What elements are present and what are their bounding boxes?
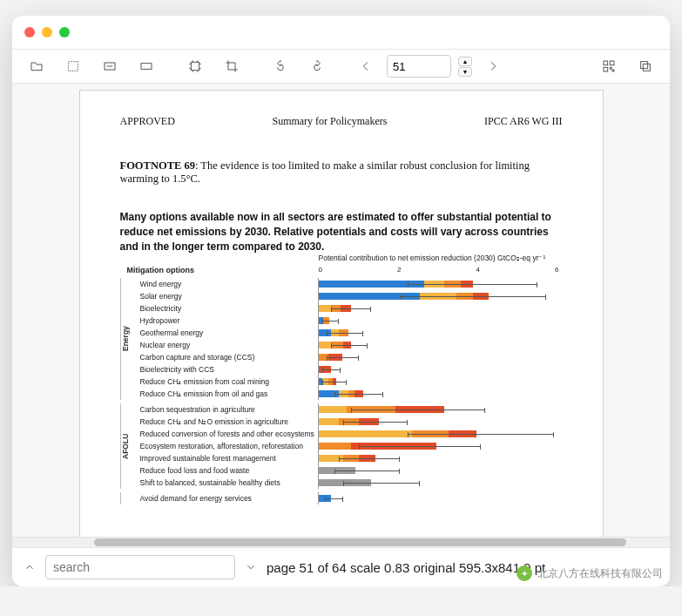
prev-page-button[interactable] [350, 55, 382, 78]
chart-axis-title: Potential contribution to net emission r… [319, 254, 563, 262]
chart-row: Ecosystem restoration, afforestation, re… [135, 440, 563, 452]
chart-row: Avoid demand for energy services [135, 492, 563, 504]
row-bar [318, 388, 563, 400]
error-bar [351, 410, 485, 410]
row-label: Geothermal energy [135, 328, 318, 337]
row-bar [318, 464, 563, 477]
row-label: Reduce CH₄ and N₂O emission in agricultu… [135, 417, 318, 426]
search-next-button[interactable] [242, 558, 260, 576]
row-label: Wind energy [135, 280, 318, 288]
page-header-center: Summary for Policymakers [272, 115, 387, 128]
chart-row: Nuclear energy [135, 339, 563, 351]
svg-rect-0 [69, 62, 78, 71]
zoom-window-button[interactable] [59, 27, 70, 37]
row-bar [318, 403, 563, 416]
error-bar [331, 345, 368, 346]
search-prev-button[interactable] [21, 558, 38, 576]
search-input[interactable] [45, 555, 235, 579]
footnote-69: FOOTNOTE 69: The evidence is too limited… [120, 159, 563, 186]
crop-icon[interactable] [216, 55, 247, 78]
toolbar: ▲ ▼ [12, 50, 670, 84]
row-label: Nuclear energy [135, 341, 318, 349]
landscape-icon[interactable] [131, 55, 162, 78]
error-bar [408, 284, 537, 285]
svg-rect-5 [610, 61, 614, 65]
row-label: Avoid demand for energy services [135, 494, 318, 503]
bar-segment [319, 305, 331, 312]
svg-rect-2 [141, 64, 152, 70]
chart-row: Carbon capture and storage (CCS) [135, 351, 563, 363]
error-bar [331, 308, 372, 309]
row-label: Carbon sequestration in agriculture [135, 405, 318, 414]
row-bar [318, 477, 563, 489]
page-header-left: APPROVED [120, 115, 175, 128]
error-bar [343, 483, 421, 484]
row-label: Reduce CH₄ emission from oil and gas [135, 389, 318, 398]
fit-width-icon[interactable] [94, 55, 125, 78]
copy-icon[interactable] [630, 55, 661, 78]
row-bar [318, 492, 563, 504]
bar-segment [319, 443, 351, 450]
row-bar [318, 315, 563, 327]
error-bar [343, 422, 409, 423]
error-bar [334, 470, 400, 471]
document-viewport[interactable]: APPROVED Summary for Policymakers IPCC A… [12, 84, 670, 537]
page-step-up[interactable]: ▲ [458, 57, 472, 66]
svg-rect-3 [191, 62, 199, 70]
row-bar [318, 302, 563, 315]
chart-row: Improved sustainable forest management [135, 452, 563, 464]
x-tick: 4 [476, 266, 480, 274]
chart-row: Shift to balanced, sustainable healthy d… [135, 477, 563, 489]
row-bar [318, 440, 563, 452]
titlebar[interactable] [12, 16, 670, 50]
figure-caption: Many options available now in all sector… [120, 210, 563, 254]
chart-row: Reduce CH₄ emission from coal mining [135, 376, 563, 388]
error-bar [327, 333, 363, 334]
svg-rect-4 [604, 61, 608, 65]
horizontal-scroll-thumb[interactable] [94, 538, 626, 546]
row-label: Bioelectricity [135, 304, 318, 313]
error-bar [322, 321, 339, 322]
qr-icon[interactable] [593, 55, 625, 78]
horizontal-scrollbar[interactable] [12, 537, 670, 547]
bar-segment [319, 342, 331, 349]
bar-segment [319, 418, 339, 425]
svg-rect-6 [604, 67, 608, 71]
close-window-button[interactable] [24, 27, 35, 37]
rotate-right-button[interactable] [301, 55, 333, 78]
row-label: Improved sustainable forest management [135, 454, 318, 463]
pdf-page: APPROVED Summary for Policymakers IPCC A… [80, 91, 603, 537]
page-number-input[interactable] [387, 55, 451, 78]
error-bar [327, 357, 359, 358]
rotate-left-button[interactable] [265, 55, 296, 78]
select-area-icon[interactable] [57, 55, 89, 78]
sector-label: AFOLU [120, 403, 135, 489]
minimize-window-button[interactable] [42, 27, 52, 37]
chart-row: Reduce CH₄ and N₂O emission in agricultu… [135, 416, 563, 428]
row-label: Reduced conversion of forests and other … [135, 430, 318, 438]
row-label: Carbon capture and storage (CCS) [135, 353, 318, 362]
row-bar [318, 290, 563, 302]
x-tick: 2 [397, 266, 401, 274]
error-bar [334, 394, 383, 395]
chart-row: Bioelectricity with CCS [135, 363, 563, 376]
error-bar [339, 458, 400, 459]
row-label: Reduce CH₄ emission from coal mining [135, 377, 318, 386]
mitigation-options-chart: Mitigation options Potential contributio… [120, 266, 563, 504]
app-window: ▲ ▼ APPROVED Summary for Policymakers IP… [12, 16, 670, 586]
bar-segment [319, 406, 348, 413]
next-page-button[interactable] [477, 55, 509, 78]
footer-bar: page 51 of 64 scale 0.83 original 595.3x… [12, 547, 670, 586]
row-label: Hydropower [135, 316, 318, 325]
row-label: Solar energy [135, 292, 318, 301]
error-bar [325, 498, 343, 499]
chart-row: Wind energy [135, 278, 563, 290]
row-bar [318, 452, 563, 464]
row-label: Reduce food loss and food waste [135, 466, 318, 475]
row-bar [318, 416, 563, 428]
frame-icon[interactable] [179, 55, 211, 78]
sector-label: Energy [120, 278, 135, 400]
open-file-button[interactable] [21, 55, 52, 78]
page-step-down[interactable]: ▼ [458, 67, 472, 77]
error-bar [322, 382, 347, 382]
